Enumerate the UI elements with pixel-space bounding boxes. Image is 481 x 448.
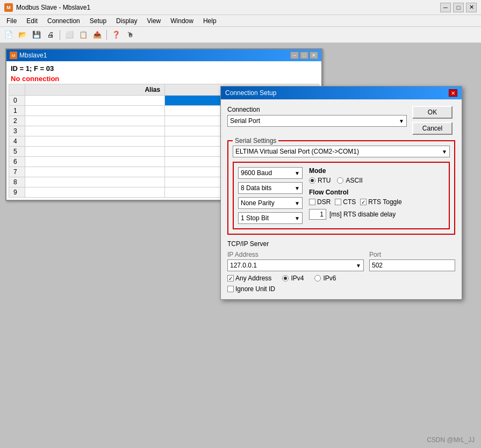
ip-address-label: IP Address (227, 251, 364, 258)
any-address-option[interactable]: ✓ Any Address (227, 274, 271, 282)
menu-window[interactable]: Window (166, 16, 198, 26)
row-number: 3 (9, 126, 25, 136)
row-number: 2 (9, 116, 25, 126)
serial-port-select[interactable]: ELTIMA Virtual Serial Port (COM2->COM1) … (233, 146, 450, 157)
cts-label: CTS (343, 198, 356, 206)
connection-left: Connection Serial Port ▼ (227, 106, 407, 127)
ipv4-radio (282, 275, 289, 281)
tcpip-address-row: IP Address 127.0.0.1 ▼ Port (227, 251, 455, 271)
menu-file[interactable]: File (2, 16, 21, 26)
ignore-unit-id-option[interactable]: Ignore Unit ID (227, 285, 455, 293)
serial-columns: 9600 Baud ▼ 8 Data bits ▼ None Parity ▼ (238, 167, 444, 224)
app-title: Modbus Slave - Mbslave1 (16, 4, 90, 11)
connection-right: OK Cancel (412, 106, 455, 135)
row-alias (25, 136, 165, 147)
app-titlebar: M Modbus Slave - Mbslave1 ─ □ ✕ (0, 0, 481, 15)
connection-select[interactable]: Serial Port ▼ (227, 115, 407, 127)
menubar: File Edit Connection Setup Display View … (0, 15, 481, 27)
row-alias (25, 116, 165, 126)
mdi-title: Mbslave1 (19, 52, 47, 59)
toolbar-separator-1 (60, 30, 60, 40)
mdi-icon: M (10, 52, 17, 59)
menu-connection[interactable]: Connection (43, 16, 84, 26)
cts-checkbox-option[interactable]: CTS (335, 198, 356, 206)
row-number: 9 (9, 187, 25, 198)
flow-control-group: Flow Control DSR CTS (309, 189, 444, 220)
connection-setup-dialog: Connection Setup ✕ Connection Serial Por… (220, 86, 462, 300)
minimize-button[interactable]: ─ (440, 3, 451, 12)
device-info: ID = 1; F = 03 (9, 63, 319, 74)
rts-delay-row: [ms] RTS disable delay (309, 209, 444, 220)
toolbar-save[interactable]: 💾 (30, 29, 43, 41)
row-alias (25, 157, 165, 167)
toolbar-help[interactable]: ❓ (110, 29, 123, 41)
rts-toggle-checkbox-option[interactable]: ✓ RTS Toggle (360, 198, 401, 206)
dialog-close-button[interactable]: ✕ (449, 89, 457, 97)
toolbar-new[interactable]: 📄 (2, 29, 15, 41)
toolbar: 📄 📂 💾 🖨 ⬜ 📋 📤 ❓ 🖱 (0, 27, 481, 43)
connection-select-arrow: ▼ (399, 118, 404, 124)
serial-port-arrow: ▼ (442, 149, 447, 155)
menu-setup[interactable]: Setup (85, 16, 111, 26)
ignore-unit-id-label: Ignore Unit ID (235, 285, 275, 293)
tcpip-left: IP Address 127.0.0.1 ▼ (227, 251, 364, 271)
toolbar-copy[interactable]: ⬜ (63, 29, 76, 41)
any-address-label: Any Address (235, 274, 271, 282)
ipv4-radio-option[interactable]: IPv4 (282, 274, 304, 282)
close-button[interactable]: ✕ (466, 3, 477, 12)
row-alias (25, 106, 165, 116)
ascii-label: ASCII (346, 177, 362, 184)
parity-select[interactable]: None Parity ▼ (238, 197, 303, 209)
rts-delay-input[interactable] (309, 209, 326, 220)
ip-address-arrow: ▼ (356, 263, 361, 269)
grid-header-empty (9, 84, 25, 96)
menu-display[interactable]: Display (112, 16, 141, 26)
toolbar-open[interactable]: 📂 (16, 29, 29, 41)
dialog-title: Connection Setup (225, 89, 276, 97)
serial-port-row: ELTIMA Virtual Serial Port (COM2->COM1) … (233, 146, 450, 157)
stop-bits-select[interactable]: 1 Stop Bit ▼ (238, 212, 303, 224)
toolbar-cursor[interactable]: 🖱 (124, 29, 137, 41)
data-bits-select[interactable]: 8 Data bits ▼ (238, 182, 303, 194)
connection-label: Connection (227, 106, 407, 113)
menu-view[interactable]: View (142, 16, 165, 26)
dsr-label: DSR (317, 198, 331, 206)
cancel-button[interactable]: Cancel (412, 122, 453, 135)
menu-edit[interactable]: Edit (22, 16, 42, 26)
toolbar-print[interactable]: 🖨 (44, 29, 57, 41)
tcpip-section: TCP/IP Server IP Address 127.0.0.1 ▼ Por… (227, 240, 455, 293)
flow-checkboxes: DSR CTS ✓ RTS Toggle (309, 198, 444, 206)
mdi-restore-button[interactable]: □ (300, 52, 308, 59)
serial-settings-inner: 9600 Baud ▼ 8 Data bits ▼ None Parity ▼ (233, 162, 450, 229)
mdi-close-button[interactable]: ✕ (310, 52, 318, 59)
baud-rate-select[interactable]: 9600 Baud ▼ (238, 167, 303, 179)
mdi-minimize-button[interactable]: ─ (290, 52, 299, 59)
ascii-radio-option[interactable]: ASCII (337, 177, 362, 184)
menu-help[interactable]: Help (199, 16, 221, 26)
tcpip-checkboxes: ✓ Any Address IPv4 IPv6 (227, 274, 455, 282)
row-alias (25, 126, 165, 136)
toolbar-export[interactable]: 📤 (91, 29, 104, 41)
row-number: 8 (9, 177, 25, 187)
ipv6-radio-option[interactable]: IPv6 (314, 274, 336, 282)
port-input[interactable] (369, 259, 455, 271)
parity-arrow: ▼ (295, 200, 300, 206)
mode-radio-row: RTU ASCII (309, 177, 444, 184)
row-number: 5 (9, 147, 25, 157)
cts-checkbox (335, 199, 341, 205)
dialog-titlebar: Connection Setup ✕ (221, 86, 462, 99)
row-alias (25, 96, 165, 106)
row-alias (25, 147, 165, 157)
dsr-checkbox-option[interactable]: DSR (309, 198, 331, 206)
serial-settings-box: Serial Settings ELTIMA Virtual Serial Po… (227, 140, 455, 235)
ok-button[interactable]: OK (412, 106, 453, 119)
ignore-unit-id-checkbox (227, 286, 234, 292)
row-number: 1 (9, 106, 25, 116)
maximize-button[interactable]: □ (453, 3, 464, 12)
any-address-checkbox: ✓ (227, 275, 234, 281)
ip-address-select[interactable]: 127.0.0.1 ▼ (227, 259, 364, 271)
rtu-radio-option[interactable]: RTU (309, 177, 331, 184)
toolbar-paste[interactable]: 📋 (77, 29, 90, 41)
connection-row: Connection Serial Port ▼ OK Cancel (227, 106, 455, 135)
ipv6-radio (314, 275, 321, 281)
